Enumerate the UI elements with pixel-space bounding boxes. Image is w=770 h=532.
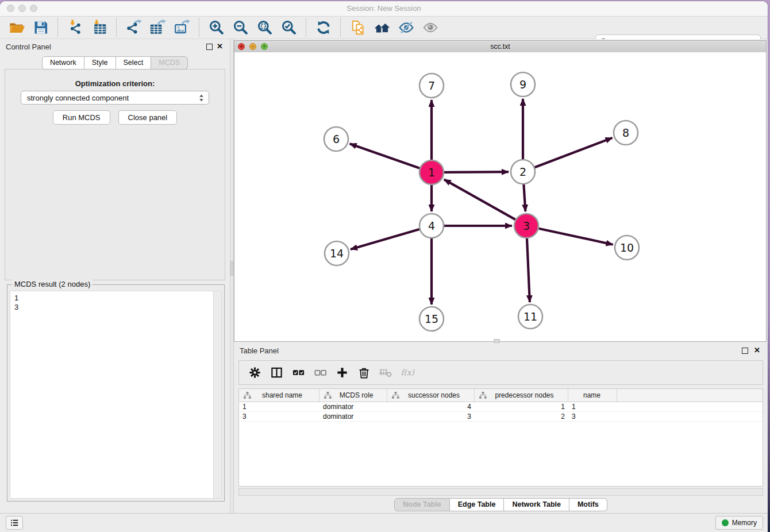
graph-node-10[interactable]: 10: [615, 236, 639, 260]
add-row-icon[interactable]: [334, 365, 349, 380]
graph-node-9[interactable]: 9: [511, 72, 535, 97]
node-label: 2: [519, 165, 526, 178]
edge-2-3[interactable]: [523, 184, 525, 211]
delete-row-icon[interactable]: [356, 365, 371, 380]
graph-node-2[interactable]: 2: [511, 160, 535, 184]
save-session-icon[interactable]: [32, 18, 49, 37]
graph-node-11[interactable]: 11: [518, 304, 542, 329]
table-cell[interactable]: 3: [387, 413, 475, 421]
memory-label: Memory: [732, 519, 757, 527]
table-row[interactable]: 3dominator323: [239, 412, 763, 422]
close-panel-button[interactable]: Close panel: [118, 110, 178, 125]
deselect-all-icon[interactable]: [313, 365, 328, 380]
column-header-name[interactable]: name: [568, 389, 617, 402]
zoom-in-icon[interactable]: [208, 18, 225, 37]
tab-select[interactable]: Select: [116, 56, 152, 70]
tab-style[interactable]: Style: [84, 56, 116, 70]
column-header-mcds-role[interactable]: MCDS role: [319, 389, 387, 402]
zoom-out-icon[interactable]: [232, 18, 249, 37]
graph-node-3[interactable]: 3: [514, 214, 538, 238]
tab-node-table[interactable]: Node Table: [394, 498, 449, 511]
graph-node-14[interactable]: 14: [325, 241, 349, 265]
float-table-panel-icon[interactable]: [742, 348, 748, 354]
float-panel-icon[interactable]: [206, 44, 213, 50]
canvas-hscroll-thumb[interactable]: [494, 339, 500, 343]
open-file-icon[interactable]: [8, 18, 25, 37]
graph-node-1[interactable]: 1: [419, 160, 444, 184]
table-cell[interactable]: dominator: [319, 403, 387, 411]
graph-node-7[interactable]: 7: [419, 74, 444, 98]
refresh-icon[interactable]: [315, 18, 332, 37]
clone-network-icon[interactable]: [349, 18, 367, 37]
table-cell[interactable]: 1: [568, 403, 617, 411]
zoom-fit-icon[interactable]: [256, 18, 274, 37]
mcds-result-lines: 13: [14, 294, 18, 312]
edge-3-10[interactable]: [539, 229, 613, 245]
edge-3-1[interactable]: [444, 179, 515, 219]
export-network-icon[interactable]: [125, 18, 143, 37]
settings-gear-icon[interactable]: [247, 365, 262, 380]
select-all-icon[interactable]: [291, 365, 306, 380]
export-image-icon[interactable]: [174, 18, 191, 37]
table-row[interactable]: 1dominator411: [239, 402, 763, 412]
app-window: Session: New Session Control Panel ✕ Net…: [0, 1, 768, 532]
tab-network[interactable]: Network: [42, 56, 84, 70]
splitter-thumb[interactable]: [230, 261, 233, 276]
result-scrollbar[interactable]: [213, 291, 221, 498]
tab-motifs[interactable]: Motifs: [569, 498, 607, 511]
result-line: 3: [14, 303, 18, 312]
close-table-panel-icon[interactable]: ✕: [754, 346, 760, 354]
table-cell[interactable]: 3: [568, 413, 617, 421]
table-cell[interactable]: 1: [475, 403, 568, 411]
tab-network-table[interactable]: Network Table: [504, 498, 569, 511]
table-cell[interactable]: 2: [475, 413, 568, 421]
table-cell[interactable]: 1: [239, 403, 319, 411]
table-cell[interactable]: 3: [239, 413, 319, 421]
edge-4-14[interactable]: [351, 229, 419, 249]
close-panel-icon[interactable]: ✕: [217, 42, 223, 51]
column-header-predecessor-nodes[interactable]: predecessor nodes: [475, 389, 568, 402]
home-icon[interactable]: [374, 18, 391, 37]
list-icon: [9, 518, 20, 528]
function-builder-icon: f(x): [400, 365, 415, 380]
control-panel: Control Panel ✕ NetworkStyleSelectMCDS O…: [0, 39, 230, 513]
export-table-icon[interactable]: [149, 18, 167, 37]
column-header-shared-name[interactable]: shared name: [239, 389, 319, 402]
network-titlebar[interactable]: × − + scc.txt: [234, 41, 766, 53]
table-panel-title: Table Panel: [240, 346, 279, 355]
network-window: × − + scc.txt 7968124314101511: [234, 40, 767, 342]
task-history-button[interactable]: [6, 516, 23, 530]
columns-icon[interactable]: [269, 365, 284, 380]
node-label: 6: [333, 133, 340, 145]
zoom-selected-icon[interactable]: [280, 18, 298, 37]
optimization-criterion-label: Optimization criterion:: [0, 79, 230, 88]
edge-3-11[interactable]: [527, 238, 530, 302]
tab-mcds[interactable]: MCDS: [151, 56, 188, 70]
hide-graphics-icon[interactable]: [398, 18, 415, 37]
column-header-successor-nodes[interactable]: successor nodes: [387, 389, 475, 402]
table-hscroll-track[interactable]: [238, 488, 763, 496]
graph-node-4[interactable]: 4: [419, 214, 444, 238]
panel-splitter[interactable]: [230, 39, 234, 513]
criterion-select[interactable]: strongly connected component: [21, 91, 209, 105]
toolbar-separator: [306, 18, 307, 37]
edge-1-2[interactable]: [444, 172, 509, 172]
network-canvas[interactable]: 7968124314101511: [234, 52, 766, 341]
tab-edge-table[interactable]: Edge Table: [450, 498, 505, 511]
table-cell[interactable]: 4: [387, 403, 475, 411]
import-table-icon[interactable]: [91, 18, 108, 37]
node-label: 10: [620, 241, 634, 254]
memory-button[interactable]: Memory: [715, 516, 763, 530]
graph-node-8[interactable]: 8: [614, 121, 638, 145]
graph-node-15[interactable]: 15: [419, 307, 444, 331]
control-panel-title: Control Panel: [6, 43, 51, 51]
node-label: 1: [428, 166, 435, 179]
edge-1-6[interactable]: [350, 144, 420, 168]
run-mcds-button[interactable]: Run MCDS: [53, 110, 110, 125]
table-cell[interactable]: dominator: [319, 413, 387, 421]
import-network-icon[interactable]: [67, 18, 84, 37]
mcds-result-area[interactable]: 13: [10, 291, 222, 499]
graph-node-6[interactable]: 6: [324, 127, 348, 151]
edge-2-8[interactable]: [535, 138, 613, 167]
show-graphics-icon[interactable]: [422, 18, 439, 37]
